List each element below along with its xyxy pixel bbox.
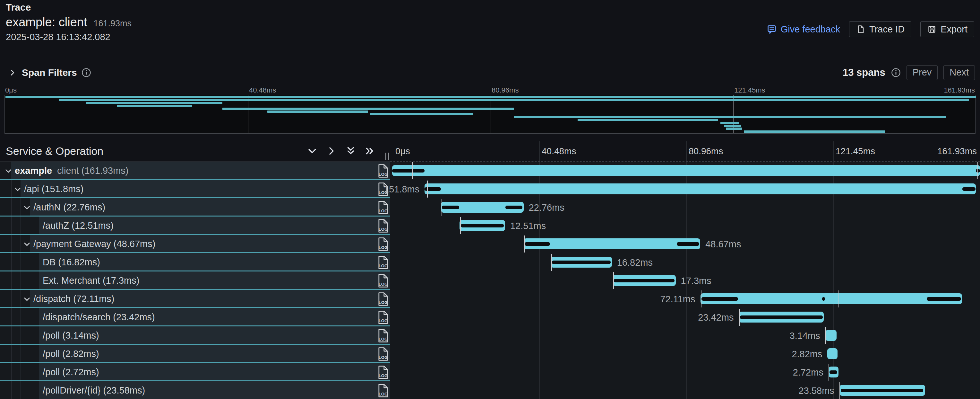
span-bar[interactable] [739, 311, 824, 322]
indent-guide [21, 235, 21, 252]
span-name-cell[interactable]: /poll (3.14ms)LOG [0, 326, 390, 345]
span-child-stripe [927, 297, 961, 301]
log-icon[interactable]: LOG [377, 237, 389, 253]
span-name: /authN (22.76ms) [33, 202, 105, 213]
span-child-stripe [702, 297, 738, 301]
indent-guide [21, 290, 21, 307]
span-name-cell[interactable]: /poll (2.72ms)LOG [0, 363, 390, 381]
span-bar[interactable] [425, 184, 975, 194]
table-row[interactable]: DB (16.82ms)LOG16.82ms [0, 253, 980, 271]
span-log-marker [840, 382, 840, 399]
log-icon[interactable]: LOG [377, 383, 389, 399]
table-row[interactable]: /poll (3.14ms)LOG3.14ms [0, 326, 980, 345]
log-icon[interactable]: LOG [377, 163, 389, 180]
header-actions: Give feedback Trace ID Export [767, 21, 974, 37]
expand-all-button[interactable] [364, 145, 375, 156]
table-row[interactable]: /dispatch (72.11ms)LOG72.11ms [0, 290, 980, 308]
collapse-all-button[interactable] [345, 145, 356, 156]
span-name-cell[interactable]: /dispatch/search (23.42ms)LOG [0, 308, 390, 326]
svg-text:LOG: LOG [379, 282, 388, 287]
table-row[interactable]: exampleclient (161.93ms)LOG [0, 161, 980, 180]
minimap-span-bar [578, 119, 718, 121]
table-row[interactable]: /pollDriver/{id} (23.58ms)LOG23.58ms [0, 381, 980, 399]
row-chevron-down-icon[interactable] [4, 167, 13, 176]
span-duration-label: 48.67ms [705, 239, 741, 250]
prev-span-button[interactable]: Prev [907, 65, 938, 80]
next-span-button[interactable]: Next [943, 65, 975, 80]
span-bar[interactable] [700, 293, 963, 304]
operation-name: client (161.93ms) [57, 166, 128, 176]
expand-one-button[interactable] [326, 145, 337, 156]
indent-guide [21, 308, 21, 326]
span-bar[interactable] [840, 385, 925, 396]
table-row[interactable]: /poll (2.72ms)LOG2.72ms [0, 363, 980, 381]
give-feedback-link[interactable]: Give feedback [767, 24, 840, 35]
span-name-cell[interactable]: /authN (22.76ms)LOG [0, 198, 390, 217]
span-name-cell[interactable]: /authZ (12.51ms)LOG [0, 217, 390, 235]
span-bar[interactable] [392, 165, 980, 176]
log-icon[interactable]: LOG [377, 310, 389, 326]
table-row[interactable]: /authZ (12.51ms)LOG12.51ms [0, 217, 980, 235]
minimap-span-bar [5, 96, 976, 98]
trace-id-button[interactable]: Trace ID [849, 21, 911, 37]
ruler-gridline [539, 141, 540, 161]
timeline-minimap[interactable] [5, 95, 975, 134]
table-row[interactable]: /authN (22.76ms)LOG22.76ms [0, 198, 980, 217]
span-bar[interactable] [524, 238, 700, 249]
trace-timestamp: 2025-03-28 16:13:42.082 [6, 32, 110, 42]
span-bar[interactable] [460, 220, 505, 231]
row-chevron-down-icon[interactable] [23, 295, 31, 305]
row-chevron-down-icon[interactable] [23, 240, 31, 250]
span-name-cell[interactable]: exampleclient (161.93ms)LOG [0, 161, 390, 180]
chevron-right-icon [8, 68, 18, 77]
span-name: /poll (2.82ms) [43, 349, 99, 359]
log-icon[interactable]: LOG [377, 200, 389, 216]
span-filters-toggle[interactable]: Span Filters [0, 67, 91, 78]
span-child-stripe [963, 187, 975, 191]
log-icon[interactable]: LOG [377, 273, 389, 289]
trace-title-row: example: client 161.93ms [6, 16, 132, 29]
span-bar[interactable] [825, 330, 837, 341]
span-name-cell[interactable]: /pollDriver/{id} (23.58ms)LOG [0, 381, 390, 399]
span-name-cell[interactable]: DB (16.82ms)LOG [0, 253, 390, 271]
span-child-stripe [677, 242, 699, 246]
row-chevron-down-icon[interactable] [13, 185, 22, 195]
document-icon [856, 24, 865, 34]
table-row[interactable]: /api (151.8ms)LOG151.8ms [0, 180, 980, 198]
svg-text:LOG: LOG [379, 245, 388, 250]
span-name-cell[interactable]: /poll (2.82ms)LOG [0, 345, 390, 363]
span-child-stripe [442, 206, 459, 209]
collapse-one-button[interactable] [307, 145, 318, 156]
span-name-cell[interactable]: Ext. Merchant (17.3ms)LOG [0, 271, 390, 290]
minimap-tick-label: 40.48ms [249, 86, 276, 94]
span-name-cell[interactable]: /dispatch (72.11ms)LOG [0, 290, 390, 308]
span-bar[interactable] [441, 202, 523, 213]
row-chevron-down-icon[interactable] [23, 203, 31, 213]
svg-text:LOG: LOG [379, 209, 388, 213]
table-row[interactable]: /poll (2.82ms)LOG2.82ms [0, 345, 980, 363]
log-icon[interactable]: LOG [377, 328, 389, 345]
info-circle-icon[interactable] [81, 68, 91, 77]
log-icon[interactable]: LOG [377, 292, 389, 308]
log-icon[interactable]: LOG [377, 365, 389, 381]
info-circle-icon[interactable] [891, 68, 901, 77]
panel-resize-handle[interactable] [385, 153, 389, 160]
log-icon[interactable]: LOG [377, 346, 389, 363]
span-duration-label: 72.11ms [660, 294, 695, 305]
trace-id-label: Trace ID [869, 24, 905, 35]
log-icon[interactable]: LOG [377, 219, 389, 235]
span-bar[interactable] [827, 348, 837, 359]
span-name-cell[interactable]: /payment Gateway (48.67ms)LOG [0, 235, 390, 253]
table-row[interactable]: /payment Gateway (48.67ms)LOG48.67ms [0, 235, 980, 253]
span-name-cell[interactable]: /api (151.8ms)LOG [0, 180, 390, 198]
span-name: exampleclient (161.93ms) [15, 166, 129, 176]
span-bar[interactable] [829, 367, 838, 377]
table-row[interactable]: Ext. Merchant (17.3ms)LOG17.3ms [0, 271, 980, 290]
span-bar[interactable] [613, 275, 676, 286]
export-button[interactable]: Export [920, 21, 974, 37]
table-row[interactable]: /dispatch/search (23.42ms)LOG23.42ms [0, 308, 980, 326]
span-child-stripe [614, 279, 675, 282]
log-icon[interactable]: LOG [377, 255, 389, 271]
span-bar[interactable] [550, 257, 612, 268]
span-duration-label: 23.42ms [698, 312, 733, 323]
